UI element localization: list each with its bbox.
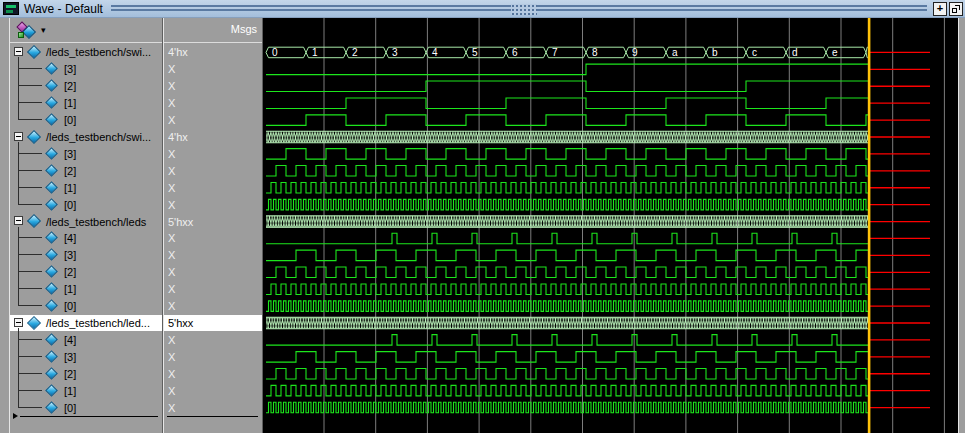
value-row[interactable]: X: [164, 365, 262, 382]
signal-bit-name: [3]: [64, 148, 76, 160]
value-row[interactable]: X: [164, 382, 262, 399]
tree-row[interactable]: /leds_testbench/swi...: [10, 129, 162, 146]
tree-connector: [18, 103, 19, 111]
tree-row[interactable]: [3]: [10, 348, 162, 365]
signal-diamond-icon: [45, 62, 58, 75]
value-row[interactable]: 4'hx: [164, 44, 262, 61]
collapse-box-icon[interactable]: [14, 318, 23, 327]
signal-value: X: [168, 97, 175, 109]
tree-row[interactable]: [0]: [10, 399, 162, 416]
tree-connector: [18, 289, 19, 297]
svg-text:2: 2: [352, 47, 358, 58]
tree-row[interactable]: [0]: [10, 112, 162, 129]
tree-row[interactable]: /leds_testbench/leds: [10, 213, 162, 230]
signal-value: X: [168, 368, 175, 380]
names-pane[interactable]: ▾ /leds_testbench/swi...[3][2][1][0]/led…: [10, 18, 163, 433]
wave-cursor[interactable]: [868, 18, 871, 433]
tree-row[interactable]: /leds_testbench/led...: [10, 315, 162, 332]
values-pane[interactable]: Msgs 4'hxXXXX4'hxXXXX5'hxxXXXXX5'hxxXXXX…: [163, 18, 263, 433]
tree-row[interactable]: [2]: [10, 365, 162, 382]
collapse-box-icon[interactable]: [14, 216, 23, 225]
value-row[interactable]: X: [164, 162, 262, 179]
undock-button[interactable]: [949, 2, 963, 16]
right-border: [958, 18, 965, 433]
values-header[interactable]: Msgs: [164, 18, 262, 43]
value-row[interactable]: X: [164, 61, 262, 78]
value-row[interactable]: X: [164, 247, 262, 264]
tree-row[interactable]: [1]: [10, 95, 162, 112]
tree-row[interactable]: [2]: [10, 78, 162, 95]
signal-bit-name: [2]: [64, 266, 76, 278]
titlebar[interactable]: Wave - Default +: [0, 0, 965, 18]
collapse-box-icon[interactable]: [14, 47, 23, 56]
value-row[interactable]: X: [164, 179, 262, 196]
signal-group-name: /leds_testbench/led...: [46, 317, 150, 329]
value-row[interactable]: X: [164, 145, 262, 162]
value-row[interactable]: X: [164, 399, 262, 416]
expand-button[interactable]: +: [933, 2, 947, 16]
signal-group-name: /leds_testbench/leds: [46, 216, 146, 228]
value-row[interactable]: X: [164, 112, 262, 129]
tree-connector: [18, 399, 42, 407]
tree-row[interactable]: /leds_testbench/swi...: [10, 44, 162, 61]
tree-row[interactable]: [2]: [10, 162, 162, 179]
tree-row[interactable]: [3]: [10, 61, 162, 78]
value-row[interactable]: 4'hx: [164, 129, 262, 146]
tree-connector: [18, 255, 19, 263]
names-end-line: [20, 416, 158, 417]
value-row[interactable]: X: [164, 196, 262, 213]
signal-bit-name: [3]: [64, 351, 76, 363]
signal-value: X: [168, 182, 175, 194]
titlebar-grip[interactable]: [111, 3, 927, 15]
tree-row[interactable]: [4]: [10, 230, 162, 247]
tree-connector: [18, 145, 42, 153]
signal-diamond-icon: [45, 299, 58, 312]
signal-value: X: [168, 334, 175, 346]
value-row[interactable]: 5'hxx: [164, 315, 262, 332]
tree-row[interactable]: [3]: [10, 145, 162, 162]
signal-bit-name: [1]: [64, 385, 76, 397]
tree-row[interactable]: [0]: [10, 196, 162, 213]
signal-value: X: [168, 385, 175, 397]
value-row[interactable]: X: [164, 78, 262, 95]
tree-row[interactable]: [4]: [10, 331, 162, 348]
tree-connector: [18, 61, 42, 69]
value-row[interactable]: 5'hxx: [164, 213, 262, 230]
tree-row[interactable]: [2]: [10, 264, 162, 281]
values-end-line: [167, 416, 258, 417]
value-row[interactable]: X: [164, 331, 262, 348]
tree-row[interactable]: [1]: [10, 382, 162, 399]
tree-connector: [18, 162, 42, 170]
signal-diamond-icon: [45, 96, 58, 109]
grip-dots: [511, 4, 537, 15]
tree-connector: [18, 112, 42, 120]
value-row[interactable]: X: [164, 298, 262, 315]
signal-diamond-icon: [27, 129, 41, 143]
signal-value: X: [168, 402, 175, 414]
tree-connector: [18, 357, 19, 365]
waveform-svg[interactable]: 0123456789abcde: [263, 18, 958, 433]
tree-row[interactable]: [1]: [10, 281, 162, 298]
signal-group-name: /leds_testbench/swi...: [46, 131, 151, 143]
wave-content: ▾ /leds_testbench/swi...[3][2][1][0]/led…: [0, 18, 965, 433]
collapse-box-icon[interactable]: [14, 132, 23, 141]
signal-filter-button[interactable]: ▾: [15, 21, 49, 40]
tree-row[interactable]: [1]: [10, 179, 162, 196]
signal-diamond-icon: [45, 113, 58, 126]
signal-diamond-icon: [45, 350, 58, 363]
signal-bit-name: [3]: [64, 249, 76, 261]
value-row[interactable]: X: [164, 230, 262, 247]
value-row[interactable]: X: [164, 95, 262, 112]
signal-value: X: [168, 63, 175, 75]
svg-text:a: a: [672, 47, 678, 58]
svg-text:8: 8: [592, 47, 598, 58]
value-row[interactable]: X: [164, 264, 262, 281]
value-row[interactable]: X: [164, 348, 262, 365]
signal-diamond-icon: [45, 367, 58, 380]
wave-canvas[interactable]: 0123456789abcde: [263, 18, 958, 433]
signal-value: 4'hx: [168, 46, 188, 58]
tree-row[interactable]: [3]: [10, 247, 162, 264]
value-row[interactable]: X: [164, 281, 262, 298]
tree-connector: [18, 382, 42, 390]
tree-row[interactable]: [0]: [10, 298, 162, 315]
